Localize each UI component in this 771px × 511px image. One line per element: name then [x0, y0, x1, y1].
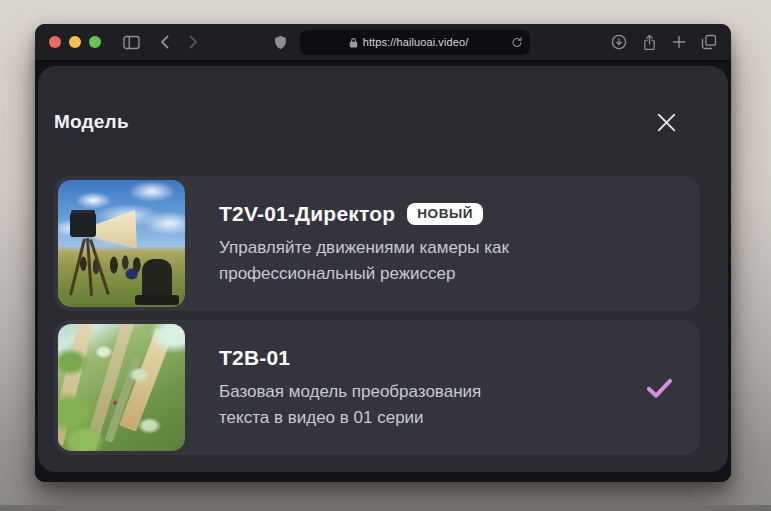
model-info: T2V-01-Директор НОВЫЙ Управляйте движени… [219, 180, 509, 288]
close-dialog-button[interactable] [652, 108, 680, 136]
chevron-left-icon [160, 35, 169, 49]
share-button[interactable] [642, 34, 657, 51]
reload-icon [511, 36, 523, 49]
model-thumbnail-film-set [58, 180, 185, 307]
selected-check-icon [645, 376, 674, 399]
model-description: Базовая модель преобразования текста в в… [219, 379, 481, 432]
city-detail-graphic [58, 324, 185, 451]
camera-graphic [70, 213, 96, 237]
model-info: T2B-01 Базовая модель преобразования тек… [219, 324, 481, 432]
url-text: https://hailuoai.video/ [363, 36, 469, 48]
director-silhouette-graphic [142, 259, 172, 305]
chevron-right-icon [189, 35, 198, 49]
shield-icon [274, 35, 287, 50]
model-option-t2v-01-director[interactable]: T2V-01-Директор НОВЫЙ Управляйте движени… [54, 176, 700, 311]
sidebar-icon [123, 35, 140, 50]
dialog-header: Модель [38, 66, 728, 136]
tab-overview-button[interactable] [701, 34, 717, 50]
model-description: Управляйте движениями камеры как професс… [219, 235, 509, 288]
browser-toolbar: https://hailuoai.video/ [35, 24, 731, 61]
forward-button[interactable] [189, 35, 198, 49]
desktop-edge [0, 505, 771, 511]
close-window-icon[interactable] [49, 36, 61, 48]
back-button[interactable] [160, 35, 169, 49]
tabs-icon [701, 34, 717, 50]
model-select-dialog: Модель [38, 66, 728, 472]
page-background: Модель [35, 61, 731, 482]
browser-window: https://hailuoai.video/ [35, 24, 731, 482]
new-badge: НОВЫЙ [407, 203, 483, 226]
share-icon [642, 34, 657, 51]
lock-icon [349, 37, 358, 48]
close-icon [654, 110, 679, 135]
download-icon [611, 34, 627, 50]
traffic-lights [49, 36, 101, 48]
model-name: T2V-01-Директор [219, 202, 395, 226]
plus-icon [672, 35, 686, 49]
new-tab-button[interactable] [672, 35, 686, 49]
model-option-t2v-01[interactable]: T2B-01 Базовая модель преобразования тек… [54, 320, 700, 455]
reload-button[interactable] [511, 36, 523, 49]
privacy-report-button[interactable] [274, 35, 287, 50]
dialog-title: Модель [54, 111, 129, 133]
downloads-button[interactable] [611, 34, 627, 50]
sidebar-toggle-button[interactable] [123, 35, 140, 50]
minimize-window-icon[interactable] [69, 36, 81, 48]
model-options-list: T2V-01-Директор НОВЫЙ Управляйте движени… [38, 136, 728, 455]
address-bar[interactable]: https://hailuoai.video/ [300, 30, 530, 55]
model-thumbnail-aerial-city [58, 324, 185, 451]
zoom-window-icon[interactable] [89, 36, 101, 48]
model-name: T2B-01 [219, 346, 290, 370]
